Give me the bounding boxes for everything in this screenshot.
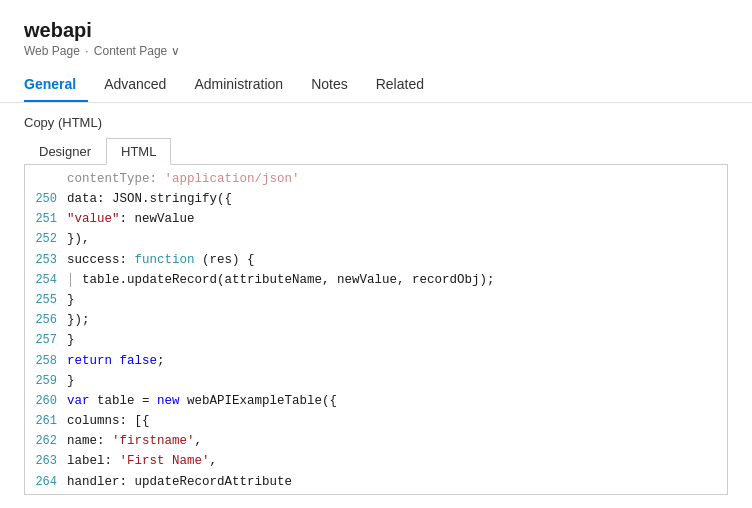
tab-related[interactable]: Related xyxy=(364,68,436,102)
breadcrumb: Web Page · Content Page ∨ xyxy=(24,44,728,58)
tab-advanced[interactable]: Advanced xyxy=(92,68,178,102)
page-wrapper: webapi Web Page · Content Page ∨ General… xyxy=(0,0,752,508)
breadcrumb-part2: Content Page xyxy=(94,44,167,58)
line-number: 264 xyxy=(25,473,67,492)
header: webapi Web Page · Content Page ∨ General… xyxy=(0,0,752,103)
page-title: webapi xyxy=(24,18,728,42)
code-text: label: 'First Name', xyxy=(67,451,217,471)
table-row: 260 var table = new webAPIExampleTable({ xyxy=(25,391,727,411)
code-text: data: JSON.stringify({ xyxy=(67,189,232,209)
editor-tab-designer[interactable]: Designer xyxy=(24,138,106,165)
line-number: 251 xyxy=(25,210,67,229)
line-number: 255 xyxy=(25,291,67,310)
table-row: 262 name: 'firstname', xyxy=(25,431,727,451)
table-row: 250 data: JSON.stringify({ xyxy=(25,189,727,209)
code-text: }), xyxy=(67,229,90,249)
line-number: 258 xyxy=(25,352,67,371)
section-title: Copy (HTML) xyxy=(24,115,728,130)
code-text: "value": newValue xyxy=(67,209,195,229)
code-text: var table = new webAPIExampleTable({ xyxy=(67,391,337,411)
table-row: 259 } xyxy=(25,371,727,391)
code-text: } xyxy=(67,371,75,391)
tab-notes[interactable]: Notes xyxy=(299,68,360,102)
table-row: contentType: 'application/json' xyxy=(25,169,727,189)
code-text: }); xyxy=(67,310,90,330)
line-number: 254 xyxy=(25,271,67,290)
tab-bar: General Advanced Administration Notes Re… xyxy=(24,68,728,102)
tab-administration[interactable]: Administration xyxy=(182,68,295,102)
table-row: 252 }), xyxy=(25,229,727,249)
breadcrumb-separator: · xyxy=(85,44,88,58)
table-row: 256 }); xyxy=(25,310,727,330)
breadcrumb-part1: Web Page xyxy=(24,44,80,58)
line-number: 261 xyxy=(25,412,67,431)
table-row: 264 handler: updateRecordAttribute xyxy=(25,472,727,492)
line-number: 259 xyxy=(25,372,67,391)
code-text: columns: [{ xyxy=(67,411,150,431)
table-row: 263 label: 'First Name', xyxy=(25,451,727,471)
table-row: 255 } xyxy=(25,290,727,310)
code-block[interactable]: contentType: 'application/json'250 data:… xyxy=(25,165,727,494)
code-text: } xyxy=(67,330,75,350)
line-number: 250 xyxy=(25,190,67,209)
code-text: success: function (res) { xyxy=(67,250,255,270)
table-row: 258 return false; xyxy=(25,351,727,371)
line-number: 262 xyxy=(25,432,67,451)
line-number: 260 xyxy=(25,392,67,411)
content-area: Copy (HTML) Designer HTML contentType: '… xyxy=(0,103,752,508)
editor-tab-html[interactable]: HTML xyxy=(106,138,171,165)
line-number: 257 xyxy=(25,331,67,350)
line-number: 263 xyxy=(25,452,67,471)
table-row: 257 } xyxy=(25,330,727,350)
code-text: │ table.updateRecord(attributeName, newV… xyxy=(67,270,495,290)
line-number: 256 xyxy=(25,311,67,330)
breadcrumb-chevron: ∨ xyxy=(171,44,180,58)
line-number: 253 xyxy=(25,251,67,270)
table-row: 253 success: function (res) { xyxy=(25,250,727,270)
code-text: return false; xyxy=(67,351,165,371)
table-row: 251 "value": newValue xyxy=(25,209,727,229)
table-row: 261 columns: [{ xyxy=(25,411,727,431)
table-row: 254 │ table.updateRecord(attributeName, … xyxy=(25,270,727,290)
line-number: 252 xyxy=(25,230,67,249)
code-text: } xyxy=(67,290,75,310)
code-text: contentType: 'application/json' xyxy=(67,169,300,189)
editor-tab-bar: Designer HTML xyxy=(24,138,728,165)
tab-general[interactable]: General xyxy=(24,68,88,102)
code-text: handler: updateRecordAttribute xyxy=(67,472,292,492)
code-text: name: 'firstname', xyxy=(67,431,202,451)
code-editor: contentType: 'application/json'250 data:… xyxy=(24,165,728,495)
